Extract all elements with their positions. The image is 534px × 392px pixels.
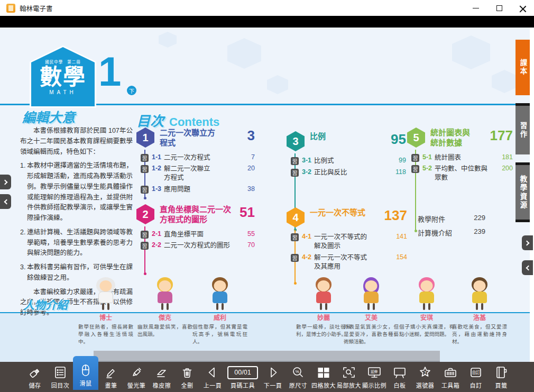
toc-section[interactable]: 習 1-2 解二元一次聯立方程式 20 (141, 165, 255, 183)
editorial-heading: 編輯大意 (22, 107, 75, 126)
contents-list-icon (53, 365, 67, 380)
character-name: 洛基 (452, 313, 507, 322)
eraser-tool-button[interactable]: 橡皮擦 (149, 365, 174, 390)
mouse-icon (79, 363, 93, 378)
workbook-badge: 習 (141, 154, 149, 162)
chapter-title[interactable]: 一元一次不等式 (310, 208, 365, 218)
number-picker-button[interactable]: 7 選號器 (412, 365, 438, 390)
hexagon-decoration (452, 35, 490, 69)
toc-section[interactable]: 習 2-2 二元一次方程式的圖形 70 (141, 241, 255, 250)
area-zoom-icon (342, 365, 356, 380)
character-name: 傑克 (137, 313, 192, 322)
right-panel-close-arrow[interactable] (522, 260, 533, 275)
hexagon-decoration (227, 38, 261, 69)
tab-workbook[interactable]: 習作 (515, 103, 530, 154)
original-size-button[interactable]: % 原尺寸 (286, 365, 311, 390)
delete-all-button[interactable]: 全刪 (174, 365, 200, 390)
book-type-tabs: 課本 習作 教學資源 (515, 40, 530, 222)
character-name: 安琪 (399, 313, 454, 322)
character-name: 博士 (78, 313, 133, 322)
toc-section[interactable]: 習 5-2 平均數、中位數與眾數 200 (411, 165, 513, 183)
volume-mark-badge: 下 (127, 86, 136, 95)
toc-section[interactable]: 習 5-1 統計圖表 181 (411, 153, 513, 162)
back-to-contents-button[interactable]: 回目次 (48, 365, 73, 390)
toc-section[interactable]: 習 1-1 二元一次方程式 7 (141, 153, 255, 162)
toc-section[interactable]: 習 3-1 比例式 99 (291, 157, 406, 166)
workbook-badge: 習 (291, 169, 299, 177)
maximize-button[interactable] (487, 0, 511, 16)
chapter-title[interactable]: 二元一次聯立方程式 (160, 128, 217, 148)
right-panel-open-arrow[interactable] (522, 235, 533, 250)
whiteboard-button[interactable]: 白板 (387, 365, 412, 390)
volume-number: 1 下 (98, 51, 121, 92)
next-page-button[interactable]: 下一頁 (260, 365, 286, 390)
chapter-number-hexagon: 5 (407, 127, 425, 148)
toc-extra-item[interactable]: 教學附件229 (418, 214, 485, 224)
toc-section[interactable]: 習 2-1 直角坐標平面 55 (141, 230, 255, 239)
highlighter-tool-button[interactable]: 螢光筆 (124, 365, 149, 390)
chapter-title[interactable]: 直角坐標與二元一次方程式的圖形 (160, 205, 237, 225)
character-illustration (468, 277, 491, 311)
next-page-icon (266, 365, 280, 380)
hexagon-decoration (159, 32, 177, 48)
mouse-tool-button[interactable]: 滑鼠 (73, 356, 98, 390)
toc-section[interactable]: 習 3-2 正比與反比 118 (291, 168, 406, 177)
character-illustration (415, 277, 438, 311)
page-tab-icon (494, 365, 508, 380)
workbook-badge: 習 (411, 154, 419, 162)
pen-tool-button[interactable]: 畫筆 (98, 365, 124, 390)
tab-textbook[interactable]: 課本 (515, 40, 530, 95)
character-description: 數學狂熱者，擅長將數學融入各種生活情境中。 (78, 323, 133, 345)
chapter-number-hexagon: 3 (287, 131, 305, 151)
character-card: 威利 個性憨厚，但其實是電玩高手，號稱電玩狂人。 (192, 277, 247, 345)
close-button[interactable] (511, 0, 534, 16)
previous-page-button[interactable]: 上一頁 (200, 365, 225, 390)
page-tab-button[interactable]: 頁籤 (489, 365, 514, 390)
toc-chapter-3: 3 比例 95 習 3-1 比例式 99 習 3-2 正比與反比 118 (287, 131, 406, 177)
display-scale-icon: 延伸 (367, 365, 381, 380)
custom-tool-button[interactable]: 自訂 自訂 (463, 365, 489, 390)
left-panel-close-arrow[interactable] (0, 194, 11, 209)
chapter-title[interactable]: 統計圖表與統計數據 (430, 128, 475, 148)
character-name: 妙麗 (296, 313, 351, 322)
tab-teaching-resources[interactable]: 教學資源 (515, 162, 530, 222)
pen-icon (104, 365, 118, 380)
toc-section[interactable]: 習 1-3 應用問題 38 (141, 185, 255, 194)
toc-section[interactable]: 習 4-1 一元一次不等式的解及圖示 141 (291, 233, 407, 251)
toc-extra-item[interactable]: 計算機介紹239 (418, 227, 485, 238)
workbook-badge: 習 (291, 233, 299, 241)
title-bar: 翰林電子書 (0, 0, 534, 16)
area-zoom-button[interactable]: 局部放大 (336, 365, 362, 390)
highlighter-icon (130, 365, 143, 380)
chapter-number-hexagon: 2 (136, 204, 154, 224)
number-picker-icon: 7 (418, 365, 432, 380)
character-illustration (153, 277, 177, 311)
character-description: 個子嬌小天真爛漫，有點小迷糊，愛問問題。 (399, 323, 454, 338)
horizontal-scrollbar[interactable] (94, 351, 440, 362)
save-button[interactable]: 儲存 (22, 365, 48, 390)
bottom-toolbar: 儲存 回目次 滑鼠 畫筆 螢光筆 (0, 362, 534, 392)
editorial-point: 連結計算機、生活議題與跨領域等教學範疇，培養學生數學素養的思考力與解決問題的能力… (20, 227, 133, 259)
display-scale-button[interactable]: 延伸 顯示比例 (362, 365, 387, 390)
page-number-tool[interactable]: 00/01 頁碼工具 (225, 365, 260, 390)
chevron-right-icon (2, 179, 7, 185)
four-grid-zoom-button[interactable]: 四格放大 (311, 365, 336, 390)
logo-grade-label: 國民中學 (45, 59, 63, 65)
toolbox-icon (444, 365, 457, 380)
chevron-left-icon (4, 199, 9, 204)
chevron-right-icon (524, 240, 529, 245)
minimize-button[interactable] (464, 0, 487, 16)
toc-section[interactable]: 習 4-2 解一元一次不等式及其應用 154 (291, 253, 407, 271)
workbook-badge: 習 (141, 242, 149, 250)
toolbox-button[interactable]: 工具箱 (438, 365, 463, 390)
logo-volume-label: 第二冊 (67, 59, 81, 65)
workbook-badge: 習 (141, 231, 149, 239)
svg-text:%: % (296, 369, 299, 374)
chapter-title[interactable]: 比例 (310, 132, 326, 142)
workbook-badge: 習 (291, 254, 299, 262)
character-card: 洛基 喜歡吃美食，但又愛漂亮，藉由運動維持身材。 (452, 277, 507, 345)
eraser-icon (155, 365, 169, 380)
chapter-page-number: 177 (490, 129, 513, 142)
left-panel-open-arrow[interactable] (0, 175, 11, 189)
characters-heading: 人物介紹 (23, 296, 68, 312)
